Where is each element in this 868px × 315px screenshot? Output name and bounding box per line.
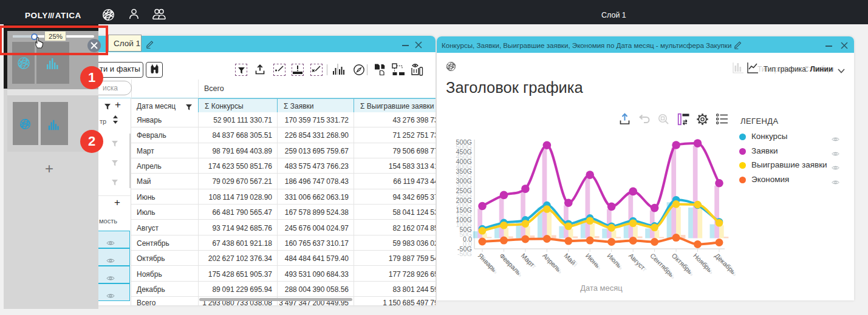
svg-text:Апрель: Апрель [541, 252, 562, 273]
svg-text:150G: 150G [456, 206, 472, 214]
svg-text:Ноябрь: Ноябрь [692, 252, 714, 274]
svg-text:-50G: -50G [457, 245, 472, 252]
svg-text:500G: 500G [456, 138, 472, 146]
svg-text:50G: 50G [460, 226, 472, 233]
svg-text:350G: 350G [456, 168, 472, 175]
svg-text:Декабрь: Декабрь [714, 252, 737, 276]
svg-text:0.0: 0.0 [463, 235, 472, 243]
svg-text:Январь: Январь [477, 252, 498, 273]
svg-text:200G: 200G [456, 197, 472, 204]
svg-text:Август: Август [627, 252, 647, 271]
svg-text:250G: 250G [456, 187, 472, 194]
svg-text:400G: 400G [456, 158, 472, 165]
svg-text:300G: 300G [456, 177, 472, 185]
svg-text:100G: 100G [456, 216, 472, 223]
svg-text:450G: 450G [456, 148, 472, 155]
svg-text:Дата месяц: Дата месяц [580, 283, 623, 293]
svg-text:Февраль: Февраль [498, 252, 522, 276]
